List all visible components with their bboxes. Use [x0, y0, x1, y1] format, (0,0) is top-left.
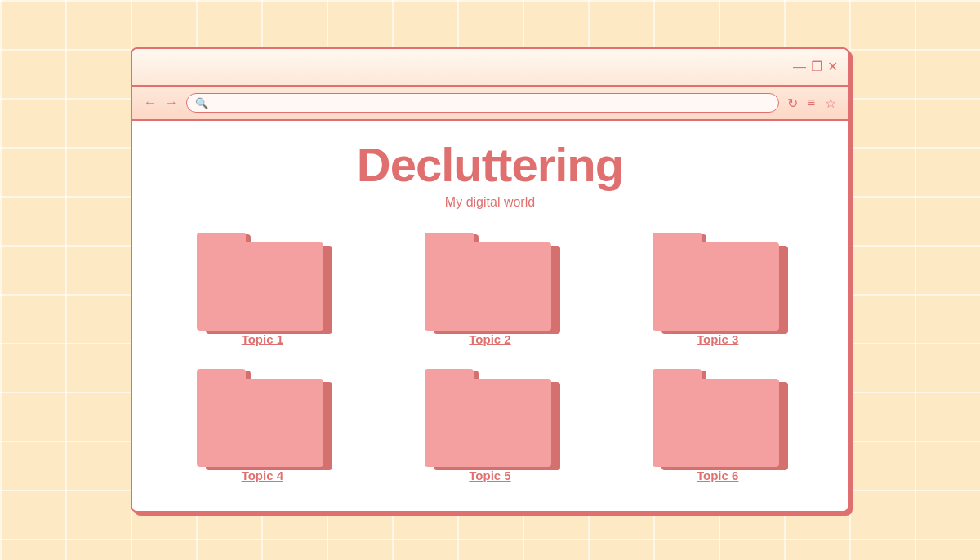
- search-icon: 🔍: [195, 97, 208, 109]
- title-bar: — ❐ ✕: [132, 49, 848, 87]
- folder-6[interactable]: Topic 6: [620, 369, 815, 482]
- forward-button[interactable]: →: [165, 96, 178, 110]
- nav-right-icons: ↻ ≡ ☆: [787, 96, 836, 111]
- folder-2[interactable]: Topic 2: [393, 233, 588, 346]
- folder-label-3: Topic 3: [697, 332, 738, 346]
- folder-label-2: Topic 2: [469, 332, 510, 346]
- folder-icon-4: [197, 369, 327, 467]
- back-button[interactable]: ←: [144, 96, 157, 110]
- folders-grid: Topic 1 Topic 2 Topic 3: [165, 233, 815, 482]
- main-content: Decluttering My digital world Topic 1 To…: [132, 121, 848, 511]
- folder-icon-5: [425, 369, 555, 467]
- folder-label-1: Topic 1: [242, 332, 283, 346]
- folder-body-2: [425, 242, 551, 331]
- folder-label-6: Topic 6: [697, 469, 738, 482]
- close-button[interactable]: ✕: [827, 60, 838, 73]
- page-subtitle: My digital world: [445, 195, 535, 210]
- folder-4[interactable]: Topic 4: [165, 369, 360, 482]
- folder-icon-1: [197, 233, 327, 331]
- maximize-button[interactable]: ❐: [811, 60, 822, 73]
- folder-body-1: [197, 242, 323, 331]
- folder-body-4: [197, 379, 323, 467]
- folder-label-4: Topic 4: [242, 469, 283, 482]
- page-title: Decluttering: [357, 137, 623, 192]
- folder-label-5: Topic 5: [469, 469, 510, 482]
- nav-bar: ← → 🔍 ↻ ≡ ☆: [132, 87, 848, 121]
- browser-window: — ❐ ✕ ← → 🔍 ↻ ≡ ☆ Decluttering My digita…: [131, 47, 849, 513]
- minimize-button[interactable]: —: [793, 60, 806, 73]
- bookmark-button[interactable]: ☆: [825, 96, 836, 111]
- menu-button[interactable]: ≡: [808, 96, 815, 111]
- reload-button[interactable]: ↻: [787, 96, 798, 111]
- title-bar-controls: — ❐ ✕: [793, 60, 838, 73]
- folder-body-5: [425, 379, 551, 467]
- folder-icon-2: [425, 233, 555, 331]
- folder-icon-3: [653, 233, 783, 331]
- search-bar[interactable]: 🔍: [186, 93, 779, 113]
- folder-1[interactable]: Topic 1: [165, 233, 360, 346]
- folder-body-6: [653, 379, 779, 467]
- folder-5[interactable]: Topic 5: [393, 369, 588, 482]
- folder-icon-6: [653, 369, 783, 467]
- folder-body-3: [653, 242, 779, 331]
- folder-3[interactable]: Topic 3: [620, 233, 815, 346]
